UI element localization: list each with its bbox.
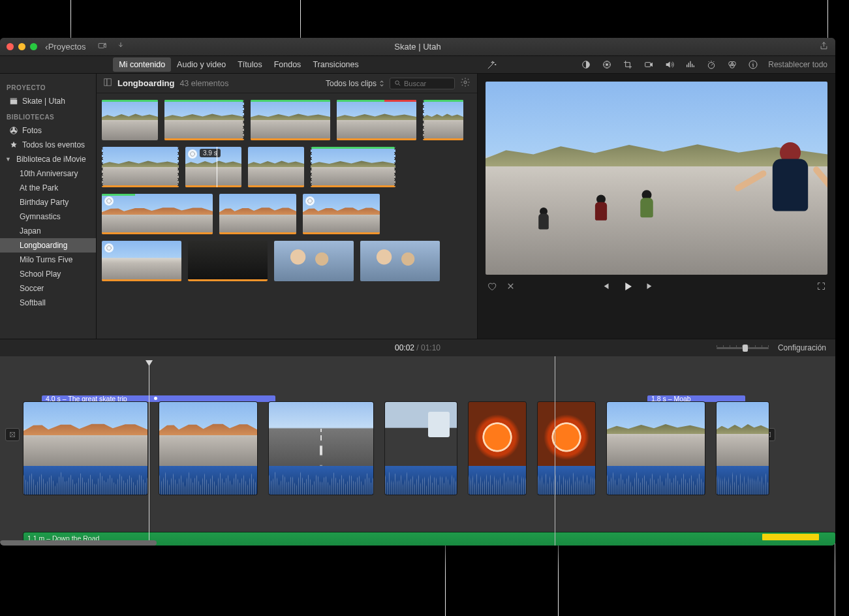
timeline-horizontal-scrollbar[interactable] [0, 540, 157, 546]
callout-line [558, 546, 559, 616]
play-button[interactable] [622, 281, 634, 294]
sidebar-imovie-library[interactable]: ▼ Biblioteca de iMovie [0, 152, 96, 166]
sidebar-event-item[interactable]: Gymnastics [0, 209, 96, 224]
sidebar-header-libraries: BIBLIOTECAS [0, 108, 96, 123]
zoom-thumb[interactable] [743, 345, 748, 352]
download-arrow-button[interactable] [117, 41, 125, 52]
star-icon [9, 140, 18, 149]
fullscreen-button[interactable] [816, 281, 826, 293]
timeline-video-clip[interactable] [159, 402, 257, 495]
browser-clip[interactable] [311, 147, 395, 187]
timeline-video-track[interactable] [23, 402, 835, 506]
callout-line [827, 0, 828, 38]
next-frame-button[interactable] [645, 281, 655, 293]
disclosure-triangle-icon[interactable]: ▼ [5, 156, 11, 162]
browser-clip[interactable] [102, 194, 213, 234]
tab-transitions[interactable]: Transiciones [307, 57, 364, 72]
magic-wand-button[interactable] [486, 59, 497, 70]
reset-all-button[interactable]: Restablecer todo [768, 60, 827, 69]
fullscreen-window-button[interactable] [30, 43, 37, 50]
browser-clip[interactable] [248, 147, 304, 187]
browser-view-toggle[interactable] [103, 78, 112, 89]
browser-clip[interactable] [251, 100, 330, 140]
favorite-button[interactable] [487, 281, 497, 293]
browser-clip[interactable] [219, 194, 296, 234]
crop-button[interactable] [622, 59, 634, 70]
timeline-video-clip[interactable] [269, 402, 373, 495]
sidebar-event-item[interactable]: Longboarding [0, 238, 96, 253]
noise-reduction-button[interactable] [685, 59, 696, 70]
clip-audio-waveform [269, 466, 373, 495]
sidebar-photos[interactable]: Fotos [0, 123, 96, 138]
projects-label: Proyectos [48, 42, 86, 52]
tab-my-content[interactable]: Mi contenido [113, 57, 171, 72]
sidebar-event-item[interactable]: Softball [0, 296, 96, 310]
reject-button[interactable] [506, 281, 516, 293]
sidebar-all-events[interactable]: Todos los eventos [0, 138, 96, 152]
timeline-playhead[interactable] [149, 360, 149, 546]
clip-audio-waveform [538, 466, 595, 495]
browser-filter-dropdown[interactable]: Todos los clips [326, 79, 384, 88]
timeline-video-clip[interactable] [717, 402, 769, 495]
browser-clip[interactable] [102, 147, 179, 187]
window-title: Skate | Utah [0, 42, 835, 52]
svg-rect-15 [107, 79, 111, 86]
volume-button[interactable] [664, 59, 675, 70]
stabilize-button[interactable] [643, 59, 655, 70]
content-tabs-row: Mi contenido Audio y video Títulos Fondo… [0, 56, 835, 74]
browser-clip[interactable] [303, 194, 380, 234]
browser-clip[interactable] [274, 241, 354, 281]
svg-rect-4 [645, 63, 651, 67]
clip-audio-waveform [607, 466, 705, 495]
timeline-video-clip[interactable] [23, 402, 147, 495]
browser-search-input[interactable] [404, 80, 443, 87]
timeline-title-clip[interactable]: 4.0 s – The great skate trip [42, 395, 275, 402]
timeline-video-clip[interactable] [469, 402, 526, 495]
titlebar: ‹ Proyectos Skate | Utah [0, 38, 835, 56]
sidebar-event-item[interactable]: At the Park [0, 181, 96, 195]
prev-frame-button[interactable] [600, 281, 610, 293]
tab-audio-video[interactable]: Audio y video [171, 57, 232, 72]
close-window-button[interactable] [7, 43, 14, 50]
import-media-button[interactable] [97, 41, 108, 52]
color-correction-button[interactable] [601, 59, 613, 70]
browser-clip[interactable] [188, 241, 268, 281]
timeline[interactable]: 4.0 s – The great skate trip1.8 s – Moab… [0, 356, 835, 546]
tab-titles[interactable]: Títulos [232, 57, 268, 72]
browser-clip[interactable] [102, 100, 158, 140]
sidebar-project-label: Skate | Utah [22, 97, 65, 106]
clip-audio-waveform [469, 466, 526, 495]
browser-clip[interactable] [423, 100, 463, 140]
zoom-slider[interactable] [717, 347, 769, 349]
minimize-window-button[interactable] [18, 43, 25, 50]
share-button[interactable] [819, 41, 829, 53]
sidebar-event-item[interactable]: Soccer [0, 281, 96, 296]
filter-button[interactable] [726, 59, 738, 70]
transition-marker[interactable] [5, 428, 20, 441]
sidebar-event-item[interactable]: Milo Turns Five [0, 253, 96, 267]
speed-button[interactable] [705, 59, 717, 70]
sidebar-project-item[interactable]: Skate | Utah [0, 94, 96, 108]
total-duration: 01:10 [421, 343, 440, 352]
browser-clip[interactable] [164, 100, 244, 140]
projects-back-button[interactable]: ‹ Proyectos [45, 42, 85, 52]
preview-viewport[interactable] [486, 82, 827, 275]
timeline-title-clip[interactable]: 1.8 s – Moab [647, 395, 745, 402]
tab-backgrounds[interactable]: Fondos [268, 57, 307, 72]
sidebar-event-item[interactable]: Japan [0, 224, 96, 238]
sidebar-event-item[interactable]: School Play [0, 267, 96, 281]
info-button[interactable] [747, 59, 759, 70]
timeline-video-clip[interactable] [385, 402, 457, 495]
browser-clip[interactable] [337, 100, 416, 140]
browser-clip[interactable]: 3.9 s [185, 147, 241, 187]
browser-clips-grid[interactable]: 3.9 s [97, 93, 477, 339]
browser-search-field[interactable] [390, 78, 455, 89]
browser-clip[interactable] [360, 241, 440, 281]
sidebar-event-item[interactable]: 10th Anniversary [0, 166, 96, 181]
browser-settings-button[interactable] [460, 77, 471, 89]
browser-clip[interactable] [102, 241, 181, 281]
timeline-video-clip[interactable] [538, 402, 595, 495]
color-balance-button[interactable] [580, 59, 592, 70]
timeline-video-clip[interactable] [607, 402, 705, 495]
sidebar-event-item[interactable]: Birthday Party [0, 195, 96, 209]
